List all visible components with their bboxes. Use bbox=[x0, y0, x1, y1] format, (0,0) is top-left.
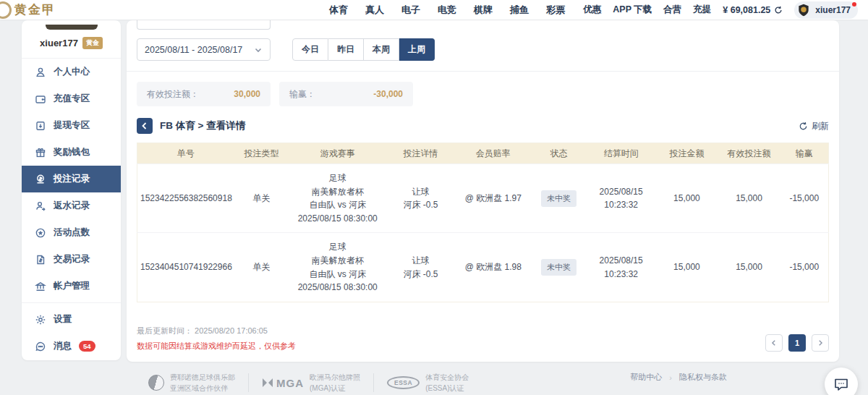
cell-valid-amount: 15,000 bbox=[718, 164, 780, 233]
status-badge: 未中奖 bbox=[541, 190, 576, 207]
nav-slots[interactable]: 电子 bbox=[401, 4, 420, 17]
cell-detail: 让球 河床 -0.5 bbox=[386, 164, 456, 233]
partner-sub: (ESSA)认证 bbox=[425, 383, 469, 394]
sidebar-item-reward-wallet[interactable]: 奖励钱包 bbox=[22, 139, 121, 166]
partner-name: 欧洲马尔他牌照 bbox=[310, 372, 360, 383]
sidebar-item-label: 活动点数 bbox=[54, 226, 90, 239]
cell-bet-type: 单关 bbox=[234, 164, 289, 233]
bet-records-panel: 2025/08/11 - 2025/08/17 今日 昨日 本周 上周 有效投注… bbox=[127, 20, 839, 362]
filter-input-cut[interactable] bbox=[137, 20, 271, 30]
vip-level-badge: 黄金 bbox=[82, 37, 103, 49]
btn-last-week[interactable]: 上周 bbox=[399, 38, 435, 61]
refresh-balance-icon[interactable] bbox=[774, 6, 783, 14]
cell-odds: @ 欧洲盘 1.97 bbox=[455, 164, 531, 233]
refresh-button[interactable]: 刷新 bbox=[799, 120, 829, 132]
col-win-loss: 输赢 bbox=[780, 143, 829, 164]
col-settle-time: 结算时间 bbox=[587, 143, 656, 164]
cell-bet-type: 单关 bbox=[234, 233, 289, 302]
disclaimer-text: 数据可能因结算或游戏维护而延迟，仅供参考 bbox=[137, 341, 296, 352]
sidebar-item-withdraw[interactable]: 提现专区 bbox=[22, 112, 121, 139]
summary-row: 有效投注额： 30,000 输赢： -30,000 bbox=[137, 82, 829, 106]
link-partnership[interactable]: 合营 bbox=[663, 4, 681, 16]
nav-sports[interactable]: 体育 bbox=[329, 4, 348, 17]
customer-service-button[interactable] bbox=[825, 368, 858, 395]
sidebar-item-label: 充值专区 bbox=[54, 93, 90, 105]
sidebar-item-label: 提现专区 bbox=[54, 119, 90, 132]
table-row[interactable]: 1523422556382560918 单关 足球 南美解放者杯 自由队 vs … bbox=[137, 164, 829, 233]
win-loss-summary: 输赢： -30,000 bbox=[279, 82, 413, 106]
bank-icon bbox=[35, 281, 46, 292]
btn-this-week[interactable]: 本周 bbox=[364, 38, 399, 61]
main-nav: 体育 真人 电子 电竞 棋牌 捕鱼 彩票 bbox=[329, 4, 565, 17]
cell-bet-amount: 15,000 bbox=[655, 164, 718, 233]
sidebar-item-settings[interactable]: 设置 bbox=[22, 306, 121, 333]
valid-bet-summary: 有效投注额： 30,000 bbox=[137, 82, 271, 106]
help-center-link[interactable]: 帮助中心 bbox=[630, 372, 662, 383]
sidebar-item-account-management[interactable]: 帐户管理 bbox=[22, 273, 121, 300]
cell-order-no: 1523422556382560918 bbox=[137, 164, 234, 233]
footer-divider bbox=[248, 373, 249, 392]
next-page-button[interactable] bbox=[812, 334, 829, 352]
nav-cards[interactable]: 棋牌 bbox=[474, 4, 493, 17]
filter-row: 2025/08/11 - 2025/08/17 今日 昨日 本周 上周 bbox=[137, 38, 829, 61]
gear-icon bbox=[35, 314, 46, 326]
partner-mga: MGA 欧洲马尔他牌照 (MGA)认证 bbox=[262, 372, 360, 394]
user-icon bbox=[35, 67, 46, 78]
page-1-button[interactable]: 1 bbox=[788, 334, 806, 352]
partner-sub: 亚洲区域合作伙伴 bbox=[170, 383, 235, 394]
last-updated-text: 最后更新时间： 2025/08/20 17:06:05 bbox=[137, 326, 296, 336]
mga-logo-icon: MGA bbox=[262, 377, 304, 389]
prev-page-button[interactable] bbox=[765, 334, 783, 352]
sidebar-item-label: 帐户管理 bbox=[54, 280, 90, 292]
sidebar-item-bet-records[interactable]: 投注记录 bbox=[22, 166, 121, 192]
link-deposit-withdraw[interactable]: 充提 bbox=[693, 4, 711, 16]
sidebar-item-rebate-records[interactable]: 返水记录 bbox=[22, 192, 121, 219]
sidebar-item-transactions[interactable]: 交易记录 bbox=[22, 246, 121, 273]
table-header-row: 单号 投注类型 游戏赛事 投注详情 会员赔率 状态 结算时间 投注金额 有效投注… bbox=[137, 143, 829, 164]
cell-detail: 让球 河床 -0.5 bbox=[386, 233, 456, 302]
header-right: 优惠 APP 下载 合营 充提 ¥ 69,081.25 xiuer177 bbox=[583, 1, 858, 19]
sidebar-divider bbox=[22, 302, 121, 303]
col-event: 游戏赛事 bbox=[289, 143, 386, 164]
message-count-badge: 54 bbox=[79, 341, 95, 352]
sidebar-item-label: 消息 bbox=[54, 340, 72, 352]
footer-link-separator: › bbox=[669, 373, 672, 382]
date-range-select[interactable]: 2025/08/11 - 2025/08/17 bbox=[137, 38, 271, 61]
back-button[interactable] bbox=[137, 118, 153, 134]
site-footer: 费耶诺德足球俱乐部 亚洲区域合作伙伴 MGA 欧洲马尔他牌照 (MGA)认证 E… bbox=[0, 362, 868, 395]
btn-today[interactable]: 今日 bbox=[292, 38, 328, 61]
avatar bbox=[796, 3, 811, 17]
star-circle-icon bbox=[35, 227, 46, 239]
refresh-label: 刷新 bbox=[812, 120, 829, 132]
sidebar: xiuer177 黄金 个人中心 充值专区 提现专区 奖励钱包 投注记录 返水记… bbox=[22, 20, 121, 360]
essa-logo-icon: ESSA bbox=[387, 376, 420, 389]
user-menu[interactable]: xiuer177 bbox=[794, 1, 858, 19]
sidebar-item-deposit[interactable]: 充值专区 bbox=[22, 85, 121, 112]
nav-live[interactable]: 真人 bbox=[365, 4, 384, 17]
footer-divider bbox=[373, 373, 374, 392]
btn-yesterday[interactable]: 昨日 bbox=[328, 38, 364, 61]
nav-esports[interactable]: 电竞 bbox=[438, 4, 456, 17]
nav-fishing[interactable]: 捕鱼 bbox=[510, 4, 529, 17]
win-loss-label: 输赢： bbox=[289, 88, 315, 101]
header-username: xiuer177 bbox=[815, 5, 851, 15]
link-promotions[interactable]: 优惠 bbox=[583, 4, 601, 16]
sidebar-item-activity-points[interactable]: 活动点数 bbox=[22, 219, 121, 246]
avatar-image-cut bbox=[46, 25, 98, 30]
top-header: 黄金甲 体育 真人 电子 电竞 棋牌 捕鱼 彩票 优惠 APP 下载 合营 充提… bbox=[0, 0, 868, 20]
sidebar-item-profile[interactable]: 个人中心 bbox=[22, 59, 121, 85]
cell-status: 未中奖 bbox=[531, 233, 586, 302]
table-row[interactable]: 1523404510741922966 单关 足球 南美解放者杯 自由队 vs … bbox=[137, 233, 829, 302]
wallet-balance: ¥ 69,081.25 bbox=[723, 5, 783, 15]
col-bet-amount: 投注金额 bbox=[655, 143, 718, 164]
nav-lottery[interactable]: 彩票 bbox=[546, 4, 565, 17]
logo-emblem-icon bbox=[0, 1, 12, 19]
refresh-icon bbox=[799, 122, 808, 131]
privacy-terms-link[interactable]: 隐私权与条款 bbox=[679, 372, 727, 383]
win-loss-value: -30,000 bbox=[373, 89, 403, 99]
sidebar-item-label: 奖励钱包 bbox=[54, 146, 90, 158]
partner-name: 体育安全协会 bbox=[425, 372, 469, 383]
link-app-download[interactable]: APP 下载 bbox=[613, 4, 652, 16]
sidebar-item-messages[interactable]: 消息 54 bbox=[22, 333, 121, 360]
site-logo[interactable]: 黄金甲 bbox=[0, 1, 56, 19]
